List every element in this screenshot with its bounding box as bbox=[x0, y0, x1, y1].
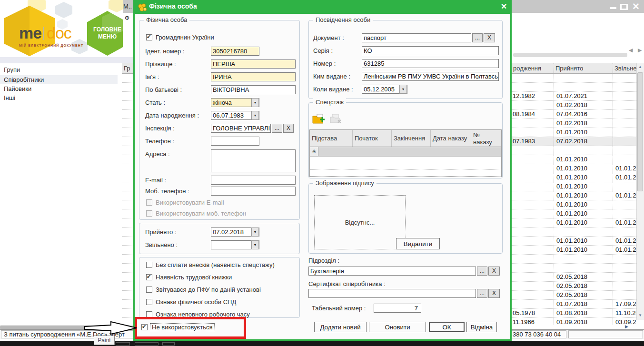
specstazh-column-header[interactable]: Підстава bbox=[310, 130, 353, 147]
column-header-accepted[interactable]: Прийнято bbox=[555, 65, 583, 72]
table-row[interactable] bbox=[512, 74, 636, 83]
certificate-field[interactable] bbox=[308, 289, 476, 298]
phone-field[interactable] bbox=[211, 137, 259, 146]
specstazh-empty-row[interactable] bbox=[310, 157, 501, 163]
table-row[interactable]: 01.01.2010 bbox=[512, 209, 636, 218]
table-row[interactable]: 01.01.2010 bbox=[512, 155, 636, 164]
specstazh-column-header[interactable]: Дата наказу bbox=[431, 130, 471, 147]
table-row[interactable]: 12.198201.07.2021 bbox=[512, 92, 636, 101]
table-row[interactable] bbox=[512, 264, 636, 273]
taskbar-button[interactable] bbox=[116, 342, 130, 346]
scrollbar-thumb[interactable] bbox=[637, 72, 643, 191]
ok-button[interactable]: ОК bbox=[429, 322, 465, 332]
menu-item-file-fragment[interactable]: Ф bbox=[125, 14, 129, 21]
table-row[interactable]: 02.05.2018 bbox=[512, 291, 636, 300]
flag-checkbox[interactable] bbox=[146, 262, 152, 268]
table-row[interactable]: 01.02.2018 bbox=[512, 119, 636, 128]
specstazh-table[interactable]: ПідставаПочатокЗакінченняДата наказу№ на… bbox=[309, 129, 502, 177]
table-row[interactable]: 07.198307.02.2018 bbox=[512, 137, 636, 146]
minimize-icon[interactable] bbox=[610, 7, 616, 9]
specstazh-empty-row[interactable] bbox=[310, 163, 501, 170]
signature-delete-button[interactable]: Видалити bbox=[396, 238, 440, 249]
department-browse-button[interactable]: ... bbox=[477, 267, 487, 276]
inspection-field[interactable]: ГОЛОВНЕ УПРАВЛІ bbox=[211, 124, 271, 133]
inspection-browse-button[interactable]: ... bbox=[272, 124, 282, 133]
document-browse-button[interactable]: ... bbox=[472, 33, 483, 42]
table-row[interactable]: 01.01.201001.01.201 bbox=[512, 191, 636, 200]
firstname-field[interactable]: ІРИНА bbox=[211, 72, 296, 81]
maximize-icon[interactable] bbox=[620, 4, 628, 10]
table-row[interactable]: 01.02.2018 bbox=[512, 101, 636, 110]
add-new-button[interactable]: Додати новий bbox=[314, 322, 367, 332]
issued-by-field[interactable]: Ленінським РВ ПМУ УМВС України в Полтавс… bbox=[362, 72, 499, 81]
flag-checkbox[interactable] bbox=[146, 299, 152, 305]
left-hscrollbar-thumb[interactable] bbox=[0, 326, 90, 329]
specstazh-column-header[interactable]: № наказу bbox=[471, 130, 501, 147]
taskbar-button[interactable] bbox=[162, 342, 175, 346]
specstazh-column-header[interactable]: Закінчення bbox=[392, 130, 431, 147]
surname-field[interactable]: ПЕРША bbox=[211, 59, 296, 69]
sidebar-item-1[interactable]: Співробітники bbox=[0, 75, 118, 84]
table-row[interactable]: 02.05.2018 bbox=[512, 273, 636, 282]
department-field[interactable]: Бухгалтерія bbox=[308, 267, 476, 276]
table-row[interactable] bbox=[512, 83, 636, 92]
table-row[interactable]: 11.196601.09.201803.09.201 bbox=[512, 318, 636, 325]
address-field[interactable] bbox=[211, 149, 296, 172]
table-row[interactable]: 01.01.2010 bbox=[512, 128, 636, 137]
inspection-clear-button[interactable]: X bbox=[283, 124, 294, 133]
tab-number-field[interactable]: 7 bbox=[374, 304, 421, 313]
table-row[interactable]: 01.01.2010 bbox=[512, 182, 636, 191]
table-row[interactable]: 01.01.201001.01.201 bbox=[512, 173, 636, 182]
flag-checkbox[interactable] bbox=[146, 287, 152, 293]
tab-scroll-left-icon[interactable]: ◀ bbox=[629, 47, 633, 53]
table-row[interactable]: 01.01.201001.01.201 bbox=[512, 164, 636, 173]
document-field[interactable]: паспорт bbox=[362, 33, 471, 42]
taskbar-button[interactable] bbox=[135, 342, 159, 346]
department-clear-button[interactable]: X bbox=[488, 267, 500, 276]
issued-on-dropdown-icon[interactable]: ▼ bbox=[399, 85, 407, 94]
hscroll-right-icon[interactable]: ▶ bbox=[625, 324, 628, 329]
table-row[interactable]: 01.01.201001.01.201 bbox=[512, 237, 636, 246]
specstazh-new-row[interactable]: ✳ bbox=[310, 147, 501, 157]
column-header-birthdate[interactable]: родження bbox=[513, 65, 541, 72]
table-row[interactable] bbox=[512, 146, 636, 155]
certificate-clear-button[interactable]: X bbox=[488, 289, 500, 298]
gender-dropdown-icon[interactable]: ▼ bbox=[251, 98, 259, 107]
update-button[interactable]: Оновити bbox=[369, 322, 426, 332]
accepted-dropdown-icon[interactable]: ▼ bbox=[251, 227, 259, 237]
ident-field[interactable]: 3050216780 bbox=[211, 47, 259, 56]
patronymic-field[interactable]: ВІКТОРІВНА bbox=[211, 85, 296, 94]
document-clear-button[interactable]: X bbox=[484, 33, 495, 42]
column-header-dismissed[interactable]: Звільнено bbox=[614, 65, 636, 72]
dialog-close-icon[interactable]: ✕ bbox=[501, 2, 507, 11]
table-row[interactable]: 01.07.201817.09.201 bbox=[512, 300, 636, 309]
table-row[interactable] bbox=[512, 255, 636, 264]
tab-scroll-right-icon[interactable]: ▶ bbox=[638, 47, 642, 53]
scroll-up-icon[interactable]: ▲ bbox=[636, 63, 644, 71]
signature-preview[interactable]: Відсутнє... bbox=[314, 195, 406, 249]
flag-checkbox[interactable] bbox=[146, 274, 152, 280]
series-field[interactable]: КО bbox=[362, 46, 499, 55]
citizen-checkbox[interactable] bbox=[146, 34, 152, 40]
table-row[interactable]: 01.01.201001.01.201 bbox=[512, 246, 636, 255]
table-row[interactable]: 08.198407.04.2016 bbox=[512, 110, 636, 119]
table-row[interactable] bbox=[512, 227, 636, 237]
add-record-icon[interactable] bbox=[312, 113, 326, 126]
table-row[interactable]: 02.05.2018 bbox=[512, 282, 636, 291]
email-field[interactable] bbox=[211, 176, 296, 185]
scroll-down-icon[interactable]: ▼ bbox=[636, 312, 644, 320]
sidebar-item-3[interactable]: Інші bbox=[0, 93, 118, 102]
number-field[interactable]: 631285 bbox=[362, 59, 499, 68]
cancel-button[interactable]: Відміна bbox=[466, 322, 497, 332]
dismissed-dropdown-icon[interactable]: ▼ bbox=[251, 240, 259, 249]
mobile-field[interactable] bbox=[211, 187, 296, 196]
table-row[interactable]: 05.197801.08.201811.10.201 bbox=[512, 309, 636, 318]
certificate-browse-button[interactable]: ... bbox=[477, 289, 487, 298]
close-icon[interactable]: ✕ bbox=[632, 1, 640, 12]
specstazh-empty-row[interactable] bbox=[310, 170, 501, 177]
tab-scrollbar[interactable] bbox=[513, 53, 627, 57]
specstazh-column-header[interactable]: Початок bbox=[353, 130, 392, 147]
birthdate-dropdown-icon[interactable]: ▼ bbox=[251, 111, 259, 120]
table-row[interactable]: 01.01.201001.01.201 bbox=[512, 218, 636, 227]
sidebar-item-2[interactable]: Пайовики bbox=[0, 84, 118, 93]
